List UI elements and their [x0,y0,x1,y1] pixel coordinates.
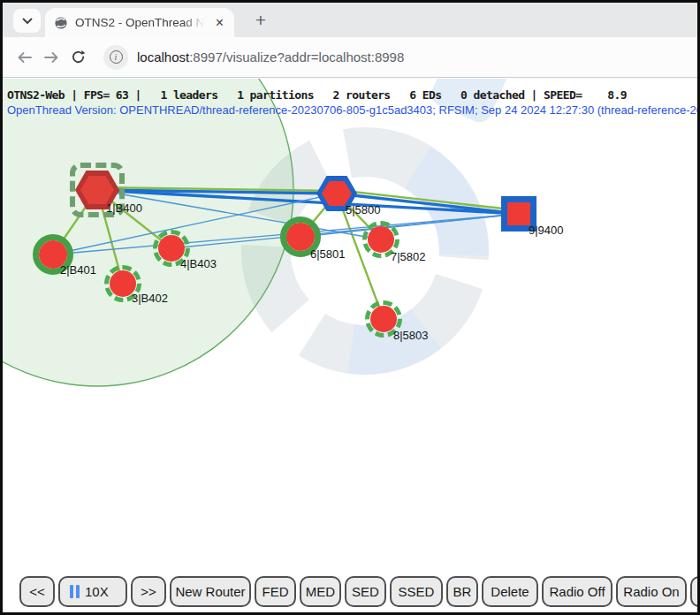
reload-icon [71,49,86,65]
globe-icon [54,16,68,30]
back-button[interactable] [11,44,38,71]
toolbar-button-label: << [29,584,45,599]
toolbar-button-label: SSED [399,584,435,599]
forward-arrow-icon [43,51,59,64]
toolbar-button-ssed[interactable]: SSED [390,576,443,607]
version-line: OpenThread Version: OPENTHREAD/thread-re… [7,103,697,117]
action-toolbar: <<10X>>New RouterFEDMEDSEDSSEDBRDeleteRa… [19,576,700,607]
toolbar-button-step-forward[interactable]: >> [131,576,166,607]
site-info-button[interactable]: i [103,45,128,70]
node-label-8: 8|5803 [393,329,429,342]
toolbar-button-radio-on[interactable]: Radio On [616,576,687,607]
toolbar-button-label: 10X [85,584,109,599]
node-body [322,181,352,206]
toolbar-button-fed[interactable]: FED [255,576,296,607]
info-icon: i [110,50,123,64]
node-body [507,202,530,225]
forward-button[interactable] [38,44,65,71]
toolbar-button-label: >> [141,584,156,599]
toolbar-button-radio-off[interactable]: Radio Off [542,576,612,607]
network-links-layer [3,79,697,612]
node-label-6: 6|5801 [310,247,346,261]
browser-window: OTNS2 - OpenThread Ne × + i localhost:89 [0,0,700,615]
toolbar-button-label: New Router [175,584,245,599]
reload-button[interactable] [65,44,91,71]
address-input[interactable]: localhost:8997/visualize?addr=localhost:… [137,49,404,65]
node-body [368,226,394,253]
toolbar-button-speed[interactable]: 10X [58,576,127,607]
pause-icon [70,585,80,598]
toolbar-button-label: MED [306,584,335,599]
tab-title: OTNS2 - OpenThread Ne [75,16,207,29]
toolbar-button-label: Radio Off [549,584,605,599]
toolbar-button-br[interactable]: BR [446,576,478,607]
toolbar-button-step-back[interactable]: << [19,576,55,607]
node-label-7: 7|5802 [391,250,426,263]
toolbar-button-label: FED [262,584,289,599]
node-label-4: 4|B403 [180,257,217,270]
status-line: OTNS2-Web | FPS= 63 | 1 leaders 1 partit… [7,88,627,102]
tab-close-icon[interactable]: × [214,16,225,30]
chevron-down-icon [22,18,33,25]
toolbar-button-label: Radio On [623,584,679,599]
radio-range-circle [3,79,293,386]
toolbar-button-med[interactable]: MED [300,576,341,607]
toolbar-button-new-router[interactable]: New Router [170,576,251,607]
node-label-1: 1|B400 [106,201,142,215]
node-label-2: 2|B401 [60,263,96,277]
simulation-canvas[interactable]: OTNS2-Web | FPS= 63 | 1 leaders 1 partit… [3,79,697,612]
toolbar-button-sed[interactable]: SED [345,576,386,607]
back-arrow-icon [17,51,33,64]
new-tab-button[interactable]: + [248,10,273,31]
node-label-9: 9|9400 [529,224,564,237]
node-body [80,176,114,204]
toolbar-button-delete[interactable]: Delete [482,576,538,607]
toolbar-button-partial[interactable] [690,576,700,607]
toolbar-button-label: SED [352,584,379,599]
node-label-5: 5|5800 [346,203,381,216]
tab-strip: OTNS2 - OpenThread Ne × + [3,3,697,37]
tab-search-button[interactable] [13,9,41,33]
url-path: :8997/visualize?addr=localhost:8998 [189,49,404,65]
toolbar-button-label: Delete [491,584,529,599]
toolbar-button-label: BR [453,584,472,599]
node-label-3: 3|B402 [132,292,168,305]
url-host: localhost [137,49,189,65]
browser-tab[interactable]: OTNS2 - OpenThread Ne × [45,8,234,37]
url-bar: i localhost:8997/visualize?addr=localhos… [3,37,697,78]
